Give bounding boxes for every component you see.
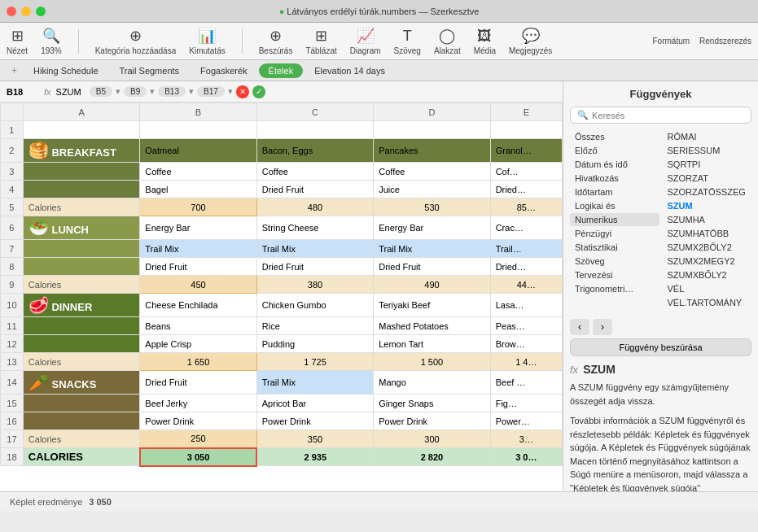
cell-a1[interactable] — [23, 121, 139, 139]
cell-b15[interactable]: Beef Jerky — [140, 395, 256, 412]
formula-confirm-button[interactable]: ✓ — [252, 85, 265, 98]
cell-d2[interactable]: Pancakes — [374, 139, 490, 163]
func-item-szumx2m[interactable]: SZUMX2MEGY2 — [663, 255, 752, 268]
tab-ételek[interactable]: Ételek — [259, 63, 304, 78]
func-cat-numerikus[interactable]: Numerikus — [570, 213, 659, 226]
func-cat-előző[interactable]: Előző — [570, 144, 659, 157]
cell-e2[interactable]: Granol… — [490, 139, 562, 163]
cell-c18[interactable]: 2 935 — [256, 448, 373, 466]
toolbar-megjegyzés[interactable]: 💬 Megjegyzés — [509, 27, 552, 55]
cell-c3[interactable]: Coffee — [256, 163, 373, 181]
cell-c14[interactable]: Trail Mix — [256, 371, 373, 395]
cell-e12[interactable]: Brow… — [490, 335, 562, 353]
cell-e14[interactable]: Beef … — [490, 371, 562, 395]
search-input[interactable] — [592, 111, 744, 120]
func-cat-idotartam[interactable]: Időtartam — [570, 185, 659, 198]
cell-a7[interactable] — [23, 240, 139, 258]
cell-a18[interactable]: CALORIES — [23, 448, 139, 466]
cell-c7[interactable]: Trail Mix — [256, 240, 373, 258]
cell-a4[interactable] — [23, 181, 139, 198]
cell-d17[interactable]: 300 — [374, 430, 490, 448]
toolbar-kimutatás[interactable]: 📊 Kimutatás — [189, 27, 225, 55]
cell-b5[interactable]: 700 — [140, 198, 256, 216]
col-header-b[interactable]: B — [140, 103, 256, 121]
func-item-romani[interactable]: RÓMAI — [663, 130, 752, 143]
cell-d12[interactable]: Lemon Tart — [374, 335, 490, 353]
cell-c8[interactable]: Dried Fruit — [256, 258, 373, 276]
func-cat-datum[interactable]: Dátum és idő — [570, 158, 659, 171]
cell-e11[interactable]: Peas… — [490, 317, 562, 335]
cell-d7[interactable]: Trail Mix — [374, 240, 490, 258]
col-header-a[interactable]: A — [23, 103, 139, 121]
cell-a16[interactable] — [23, 412, 139, 430]
fullscreen-button[interactable] — [36, 7, 46, 16]
cell-b2[interactable]: Oatmeal — [140, 139, 256, 163]
func-item-szorzat[interactable]: SZORZAT — [663, 172, 752, 185]
close-button[interactable] — [7, 7, 16, 16]
cell-b18[interactable]: 3 050 — [140, 448, 256, 466]
minimize-button[interactable] — [21, 7, 31, 16]
cell-c5[interactable]: 480 — [256, 198, 373, 216]
toolbar-beszúrás[interactable]: ⊕ Beszúrás — [259, 27, 293, 55]
add-sheet-button[interactable]: + — [7, 65, 22, 76]
cell-d1[interactable] — [374, 121, 490, 139]
cell-b16[interactable]: Power Drink — [140, 412, 256, 430]
toolbar-rendszerezés[interactable]: Rendszerezés — [699, 37, 751, 46]
cell-c13[interactable]: 1 725 — [256, 353, 373, 371]
cell-b13[interactable]: 1 650 — [140, 353, 256, 371]
cell-c4[interactable]: Dried Fruit — [256, 181, 373, 198]
func-item-szorzatossz[interactable]: SZORZATÖSSZEG — [663, 185, 752, 198]
tab-trail-segments[interactable]: Trail Segments — [110, 63, 190, 78]
cell-d3[interactable]: Coffee — [374, 163, 490, 181]
cell-a10[interactable]: 🥩 DINNER — [23, 294, 139, 317]
cell-d5[interactable]: 530 — [374, 198, 490, 216]
func-item-sqrtpi[interactable]: SQRTPI — [663, 158, 752, 171]
cell-e5[interactable]: 85… — [490, 198, 562, 216]
prev-arrow[interactable]: ‹ — [570, 319, 589, 335]
cell-c2[interactable]: Bacon, Eggs — [256, 139, 373, 163]
cell-a2[interactable]: 🥞 BREAKFAST — [23, 139, 139, 163]
cell-e15[interactable]: Fig… — [490, 395, 562, 412]
cell-b9[interactable]: 450 — [140, 276, 256, 294]
cell-e16[interactable]: Power… — [490, 412, 562, 430]
cell-e10[interactable]: Lasa… — [490, 294, 562, 317]
cell-c10[interactable]: Chicken Gumbo — [256, 294, 373, 317]
toolbar-nézet[interactable]: ⊞ Nézet — [7, 27, 28, 55]
cell-e18[interactable]: 3 0… — [490, 448, 562, 466]
cell-d9[interactable]: 490 — [374, 276, 490, 294]
cell-e9[interactable]: 44… — [490, 276, 562, 294]
formula-cancel-button[interactable]: ✕ — [236, 85, 249, 98]
cell-e4[interactable]: Dried… — [490, 181, 562, 198]
cell-a12[interactable] — [23, 335, 139, 353]
chip-b17[interactable]: B17 — [197, 86, 225, 97]
cell-d11[interactable]: Mashed Potatoes — [374, 317, 490, 335]
toolbar-média[interactable]: 🖼 Média — [474, 28, 496, 55]
toolbar-diagram[interactable]: 📈 Diagram — [350, 27, 381, 55]
func-item-vel[interactable]: VÉL — [663, 282, 752, 295]
cell-b1[interactable] — [140, 121, 256, 139]
table-container[interactable]: A B C D E 1 — [0, 102, 563, 491]
toolbar-formátum[interactable]: Formátum — [653, 37, 690, 46]
cell-b14[interactable]: Dried Fruit — [140, 371, 256, 395]
tab-fogaskerek[interactable]: Fogaskerék — [191, 63, 256, 78]
cell-b12[interactable]: Apple Crisp — [140, 335, 256, 353]
chip-b5[interactable]: B5 — [90, 86, 112, 97]
func-cat-statisztikai[interactable]: Statisztikai — [570, 241, 659, 254]
cell-d18[interactable]: 2 820 — [374, 448, 490, 466]
cell-c17[interactable]: 350 — [256, 430, 373, 448]
cell-d6[interactable]: Energy Bar — [374, 216, 490, 240]
cell-a15[interactable] — [23, 395, 139, 412]
func-cat-tervezesi[interactable]: Tervezési — [570, 268, 659, 281]
toolbar-szöveg[interactable]: T Szöveg — [394, 28, 421, 55]
cell-c12[interactable]: Pudding — [256, 335, 373, 353]
func-item-veltart[interactable]: VÉL.TARTOMÁNY — [663, 296, 752, 309]
col-header-d[interactable]: D — [374, 103, 490, 121]
func-cat-szöveg[interactable]: Szöveg — [570, 255, 659, 268]
cell-a17[interactable]: Calories — [23, 430, 139, 448]
cell-a13[interactable]: Calories — [23, 353, 139, 371]
cell-d8[interactable]: Dried Fruit — [374, 258, 490, 276]
cell-reference[interactable]: B18 — [7, 87, 39, 97]
cell-a14[interactable]: 🥕 SNACKS — [23, 371, 139, 395]
func-item-seriessum[interactable]: SERIESSUM — [663, 144, 752, 157]
traffic-lights[interactable] — [7, 7, 46, 16]
